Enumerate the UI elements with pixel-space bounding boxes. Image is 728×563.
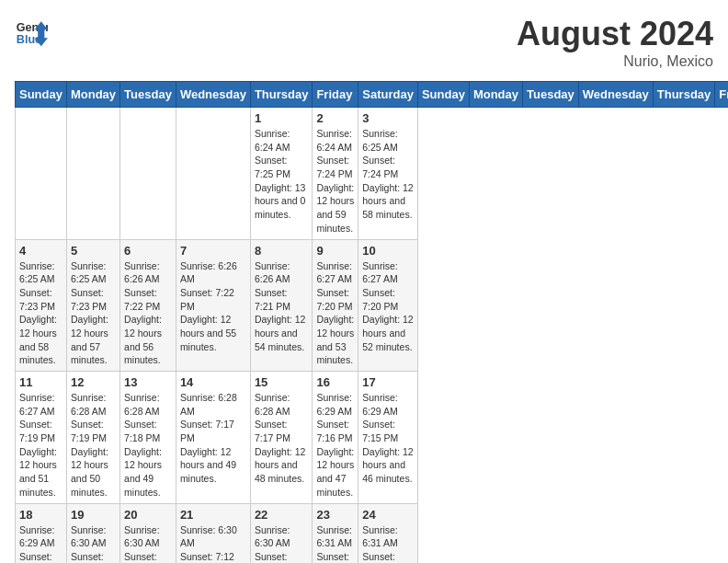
page-header: General Blue August 2024 Nurio, Mexico [15, 15, 713, 70]
calendar-week-row: 11Sunrise: 6:27 AM Sunset: 7:19 PM Dayli… [16, 372, 729, 504]
calendar-week-row: 1Sunrise: 6:24 AM Sunset: 7:25 PM Daylig… [16, 108, 729, 240]
col-header-sunday: Sunday [417, 82, 469, 108]
day-info: Sunrise: 6:28 AM Sunset: 7:17 PM Dayligh… [255, 391, 309, 486]
calendar-cell: 10Sunrise: 6:27 AM Sunset: 7:20 PM Dayli… [358, 239, 418, 372]
col-header-monday: Monday [66, 82, 119, 108]
day-info: Sunrise: 6:30 AM Sunset: 7:11 PM Dayligh… [255, 523, 309, 564]
calendar-table: SundayMondayTuesdayWednesdayThursdayFrid… [15, 81, 728, 563]
day-number: 13 [124, 375, 172, 389]
day-number: 12 [71, 375, 116, 389]
day-number: 23 [316, 508, 354, 522]
col-header-sunday: Sunday [16, 82, 67, 108]
col-header-monday: Monday [469, 82, 522, 108]
calendar-cell: 1Sunrise: 6:24 AM Sunset: 7:25 PM Daylig… [250, 108, 313, 240]
day-number: 4 [19, 244, 63, 258]
day-number: 7 [180, 244, 246, 258]
calendar-cell: 12Sunrise: 6:28 AM Sunset: 7:19 PM Dayli… [66, 372, 119, 504]
location-label: Nurio, Mexico [517, 53, 713, 70]
calendar-cell: 19Sunrise: 6:30 AM Sunset: 7:14 PM Dayli… [66, 503, 119, 563]
day-info: Sunrise: 6:30 AM Sunset: 7:14 PM Dayligh… [71, 523, 116, 564]
day-info: Sunrise: 6:29 AM Sunset: 7:16 PM Dayligh… [316, 391, 354, 500]
col-header-thursday: Thursday [250, 82, 313, 108]
col-header-wednesday: Wednesday [578, 82, 653, 108]
day-info: Sunrise: 6:25 AM Sunset: 7:24 PM Dayligh… [362, 127, 414, 222]
day-number: 15 [255, 375, 309, 389]
day-number: 24 [362, 508, 414, 522]
col-header-tuesday: Tuesday [120, 82, 176, 108]
day-info: Sunrise: 6:25 AM Sunset: 7:23 PM Dayligh… [19, 259, 63, 368]
day-info: Sunrise: 6:26 AM Sunset: 7:22 PM Dayligh… [180, 259, 246, 354]
day-number: 8 [255, 244, 309, 258]
calendar-cell: 24Sunrise: 6:31 AM Sunset: 7:10 PM Dayli… [358, 503, 418, 563]
day-number: 2 [316, 111, 354, 125]
day-number: 14 [180, 375, 246, 389]
logo: General Blue [15, 15, 48, 48]
day-info: Sunrise: 6:28 AM Sunset: 7:17 PM Dayligh… [180, 391, 246, 486]
day-info: Sunrise: 6:29 AM Sunset: 7:14 PM Dayligh… [19, 523, 63, 564]
day-info: Sunrise: 6:30 AM Sunset: 7:13 PM Dayligh… [124, 523, 172, 564]
day-number: 22 [255, 508, 309, 522]
col-header-wednesday: Wednesday [176, 82, 250, 108]
calendar-cell: 22Sunrise: 6:30 AM Sunset: 7:11 PM Dayli… [250, 503, 313, 563]
calendar-cell: 3Sunrise: 6:25 AM Sunset: 7:24 PM Daylig… [358, 108, 418, 240]
calendar-cell: 7Sunrise: 6:26 AM Sunset: 7:22 PM Daylig… [176, 239, 250, 372]
logo-icon: General Blue [15, 15, 48, 48]
day-info: Sunrise: 6:24 AM Sunset: 7:24 PM Dayligh… [316, 127, 354, 236]
calendar-cell: 4Sunrise: 6:25 AM Sunset: 7:23 PM Daylig… [16, 239, 67, 372]
day-number: 11 [19, 375, 63, 389]
col-header-thursday: Thursday [653, 82, 715, 108]
day-info: Sunrise: 6:27 AM Sunset: 7:20 PM Dayligh… [316, 259, 354, 368]
calendar-cell: 2Sunrise: 6:24 AM Sunset: 7:24 PM Daylig… [313, 108, 358, 240]
day-info: Sunrise: 6:27 AM Sunset: 7:20 PM Dayligh… [362, 259, 414, 354]
calendar-cell: 8Sunrise: 6:26 AM Sunset: 7:21 PM Daylig… [250, 239, 313, 372]
col-header-friday: Friday [313, 82, 358, 108]
day-number: 18 [19, 508, 63, 522]
calendar-cell: 17Sunrise: 6:29 AM Sunset: 7:15 PM Dayli… [358, 372, 418, 504]
day-number: 9 [316, 244, 354, 258]
day-info: Sunrise: 6:28 AM Sunset: 7:18 PM Dayligh… [124, 391, 172, 500]
col-header-tuesday: Tuesday [523, 82, 579, 108]
calendar-cell: 18Sunrise: 6:29 AM Sunset: 7:14 PM Dayli… [16, 503, 67, 563]
calendar-cell [176, 108, 250, 240]
calendar-cell [120, 108, 176, 240]
calendar-cell: 15Sunrise: 6:28 AM Sunset: 7:17 PM Dayli… [250, 372, 313, 504]
calendar-header-row: SundayMondayTuesdayWednesdayThursdayFrid… [16, 82, 729, 108]
day-info: Sunrise: 6:27 AM Sunset: 7:19 PM Dayligh… [19, 391, 63, 500]
day-info: Sunrise: 6:30 AM Sunset: 7:12 PM Dayligh… [180, 523, 246, 564]
day-info: Sunrise: 6:26 AM Sunset: 7:21 PM Dayligh… [255, 259, 309, 354]
day-number: 16 [316, 375, 354, 389]
day-info: Sunrise: 6:25 AM Sunset: 7:23 PM Dayligh… [71, 259, 116, 368]
day-info: Sunrise: 6:26 AM Sunset: 7:22 PM Dayligh… [124, 259, 172, 368]
calendar-cell: 11Sunrise: 6:27 AM Sunset: 7:19 PM Dayli… [16, 372, 67, 504]
day-number: 19 [71, 508, 116, 522]
day-info: Sunrise: 6:28 AM Sunset: 7:19 PM Dayligh… [71, 391, 116, 500]
calendar-cell: 23Sunrise: 6:31 AM Sunset: 7:11 PM Dayli… [313, 503, 358, 563]
day-number: 17 [362, 375, 414, 389]
day-info: Sunrise: 6:29 AM Sunset: 7:15 PM Dayligh… [362, 391, 414, 486]
calendar-week-row: 18Sunrise: 6:29 AM Sunset: 7:14 PM Dayli… [16, 503, 729, 563]
calendar-cell: 9Sunrise: 6:27 AM Sunset: 7:20 PM Daylig… [313, 239, 358, 372]
day-number: 21 [180, 508, 246, 522]
calendar-cell [66, 108, 119, 240]
calendar-cell: 6Sunrise: 6:26 AM Sunset: 7:22 PM Daylig… [120, 239, 176, 372]
title-block: August 2024 Nurio, Mexico [517, 15, 713, 70]
calendar-cell: 16Sunrise: 6:29 AM Sunset: 7:16 PM Dayli… [313, 372, 358, 504]
day-number: 20 [124, 508, 172, 522]
day-number: 6 [124, 244, 172, 258]
day-number: 3 [362, 111, 414, 125]
col-header-friday: Friday [715, 82, 728, 108]
calendar-cell: 5Sunrise: 6:25 AM Sunset: 7:23 PM Daylig… [66, 239, 119, 372]
calendar-cell: 14Sunrise: 6:28 AM Sunset: 7:17 PM Dayli… [176, 372, 250, 504]
calendar-week-row: 4Sunrise: 6:25 AM Sunset: 7:23 PM Daylig… [16, 239, 729, 372]
month-year-title: August 2024 [517, 15, 713, 53]
day-number: 10 [362, 244, 414, 258]
calendar-cell [16, 108, 67, 240]
calendar-cell: 13Sunrise: 6:28 AM Sunset: 7:18 PM Dayli… [120, 372, 176, 504]
calendar-cell: 20Sunrise: 6:30 AM Sunset: 7:13 PM Dayli… [120, 503, 176, 563]
day-number: 5 [71, 244, 116, 258]
day-info: Sunrise: 6:31 AM Sunset: 7:10 PM Dayligh… [362, 523, 414, 564]
day-info: Sunrise: 6:31 AM Sunset: 7:11 PM Dayligh… [316, 523, 354, 564]
day-info: Sunrise: 6:24 AM Sunset: 7:25 PM Dayligh… [255, 127, 309, 222]
col-header-saturday: Saturday [358, 82, 418, 108]
day-number: 1 [255, 111, 309, 125]
